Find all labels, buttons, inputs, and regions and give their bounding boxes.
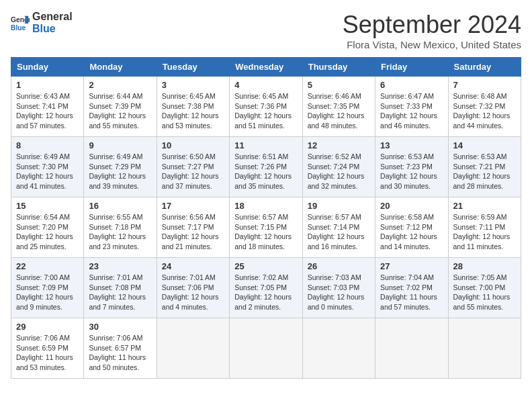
day-info: Sunrise: 7:01 AMSunset: 7:06 PMDaylight:…	[162, 273, 224, 312]
day-info: Sunrise: 6:53 AMSunset: 7:21 PMDaylight:…	[453, 152, 516, 191]
day-number: 10	[162, 140, 224, 150]
calendar-cell: 22Sunrise: 7:00 AMSunset: 7:09 PMDayligh…	[11, 258, 84, 318]
day-info: Sunrise: 7:05 AMSunset: 7:00 PMDaylight:…	[453, 273, 516, 312]
day-info: Sunrise: 6:58 AMSunset: 7:12 PMDaylight:…	[380, 212, 443, 252]
logo-blue-text: Blue	[32, 23, 56, 34]
calendar: SundayMondayTuesdayWednesdayThursdayFrid…	[11, 57, 521, 379]
logo-icon: General Blue	[11, 13, 30, 32]
calendar-cell: 3Sunrise: 6:45 AMSunset: 7:38 PMDaylight…	[157, 77, 229, 137]
calendar-cell: 14Sunrise: 6:53 AMSunset: 7:21 PMDayligh…	[448, 137, 521, 197]
day-info: Sunrise: 6:53 AMSunset: 7:23 PMDaylight:…	[380, 152, 443, 191]
day-number: 19	[308, 201, 370, 211]
day-number: 21	[453, 201, 516, 211]
day-info: Sunrise: 6:49 AMSunset: 7:29 PMDaylight:…	[89, 152, 151, 191]
day-info: Sunrise: 6:54 AMSunset: 7:20 PMDaylight:…	[16, 212, 79, 252]
day-number: 13	[380, 140, 443, 150]
day-number: 6	[380, 80, 443, 90]
calendar-cell: 15Sunrise: 6:54 AMSunset: 7:20 PMDayligh…	[11, 197, 84, 258]
calendar-cell: 23Sunrise: 7:01 AMSunset: 7:08 PMDayligh…	[84, 258, 157, 318]
header: General Blue General Blue September 2024…	[11, 11, 521, 50]
day-of-week-header: Monday	[84, 58, 157, 77]
day-number: 2	[89, 80, 151, 90]
day-info: Sunrise: 6:49 AMSunset: 7:30 PMDaylight:…	[16, 152, 79, 191]
day-number: 3	[162, 80, 224, 90]
day-info: Sunrise: 7:02 AMSunset: 7:05 PMDaylight:…	[234, 273, 297, 312]
calendar-cell: 28Sunrise: 7:05 AMSunset: 7:00 PMDayligh…	[448, 258, 521, 318]
day-info: Sunrise: 7:06 AMSunset: 6:57 PMDaylight:…	[89, 333, 151, 373]
calendar-cell: 26Sunrise: 7:03 AMSunset: 7:03 PMDayligh…	[302, 258, 375, 318]
day-of-week-header: Sunday	[11, 58, 84, 77]
day-number: 16	[89, 201, 151, 211]
day-info: Sunrise: 7:04 AMSunset: 7:02 PMDaylight:…	[380, 273, 443, 312]
day-of-week-header: Saturday	[448, 58, 521, 77]
day-info: Sunrise: 6:50 AMSunset: 7:27 PMDaylight:…	[162, 152, 224, 191]
calendar-cell: 29Sunrise: 7:06 AMSunset: 6:59 PMDayligh…	[11, 318, 84, 379]
day-info: Sunrise: 6:56 AMSunset: 7:17 PMDaylight:…	[162, 212, 224, 252]
calendar-cell: 17Sunrise: 6:56 AMSunset: 7:17 PMDayligh…	[157, 197, 229, 258]
day-number: 20	[380, 201, 443, 211]
day-of-week-header: Friday	[375, 58, 448, 77]
calendar-cell: 27Sunrise: 7:04 AMSunset: 7:02 PMDayligh…	[375, 258, 448, 318]
calendar-cell: 9Sunrise: 6:49 AMSunset: 7:29 PMDaylight…	[84, 137, 157, 197]
day-number: 27	[380, 261, 443, 271]
calendar-cell: 20Sunrise: 6:58 AMSunset: 7:12 PMDayligh…	[375, 197, 448, 258]
day-number: 9	[89, 140, 151, 150]
calendar-cell: 18Sunrise: 6:57 AMSunset: 7:15 PMDayligh…	[230, 197, 302, 258]
day-info: Sunrise: 6:48 AMSunset: 7:32 PMDaylight:…	[453, 91, 516, 131]
day-info: Sunrise: 6:45 AMSunset: 7:38 PMDaylight:…	[162, 91, 224, 131]
calendar-cell	[157, 318, 229, 379]
calendar-cell: 25Sunrise: 7:02 AMSunset: 7:05 PMDayligh…	[230, 258, 302, 318]
calendar-cell: 12Sunrise: 6:52 AMSunset: 7:24 PMDayligh…	[302, 137, 375, 197]
calendar-cell	[302, 318, 375, 379]
day-number: 22	[16, 261, 79, 271]
day-info: Sunrise: 7:00 AMSunset: 7:09 PMDaylight:…	[16, 273, 79, 312]
day-info: Sunrise: 7:06 AMSunset: 6:59 PMDaylight:…	[16, 333, 79, 373]
day-info: Sunrise: 6:47 AMSunset: 7:33 PMDaylight:…	[380, 91, 443, 131]
logo-general-text: General	[32, 11, 73, 22]
day-of-week-header: Thursday	[302, 58, 375, 77]
day-info: Sunrise: 6:45 AMSunset: 7:36 PMDaylight:…	[234, 91, 297, 131]
calendar-cell: 16Sunrise: 6:55 AMSunset: 7:18 PMDayligh…	[84, 197, 157, 258]
day-number: 5	[308, 80, 370, 90]
day-info: Sunrise: 6:46 AMSunset: 7:35 PMDaylight:…	[308, 91, 370, 131]
day-number: 4	[234, 80, 297, 90]
day-number: 18	[234, 201, 297, 211]
day-number: 26	[308, 261, 370, 271]
day-info: Sunrise: 6:44 AMSunset: 7:39 PMDaylight:…	[89, 91, 151, 131]
day-info: Sunrise: 6:57 AMSunset: 7:14 PMDaylight:…	[308, 212, 370, 252]
calendar-cell: 24Sunrise: 7:01 AMSunset: 7:06 PMDayligh…	[157, 258, 229, 318]
day-info: Sunrise: 6:52 AMSunset: 7:24 PMDaylight:…	[308, 152, 370, 191]
calendar-cell: 11Sunrise: 6:51 AMSunset: 7:26 PMDayligh…	[230, 137, 302, 197]
calendar-cell: 4Sunrise: 6:45 AMSunset: 7:36 PMDaylight…	[230, 77, 302, 137]
day-info: Sunrise: 6:59 AMSunset: 7:11 PMDaylight:…	[453, 212, 516, 252]
calendar-cell: 10Sunrise: 6:50 AMSunset: 7:27 PMDayligh…	[157, 137, 229, 197]
day-number: 30	[89, 322, 151, 332]
svg-text:Blue: Blue	[11, 24, 26, 32]
calendar-cell: 30Sunrise: 7:06 AMSunset: 6:57 PMDayligh…	[84, 318, 157, 379]
day-number: 24	[162, 261, 224, 271]
day-info: Sunrise: 6:55 AMSunset: 7:18 PMDaylight:…	[89, 212, 151, 252]
calendar-cell: 6Sunrise: 6:47 AMSunset: 7:33 PMDaylight…	[375, 77, 448, 137]
calendar-cell	[230, 318, 302, 379]
day-number: 14	[453, 140, 516, 150]
day-number: 17	[162, 201, 224, 211]
calendar-cell: 19Sunrise: 6:57 AMSunset: 7:14 PMDayligh…	[302, 197, 375, 258]
day-number: 1	[16, 80, 79, 90]
day-number: 11	[234, 140, 297, 150]
day-info: Sunrise: 7:03 AMSunset: 7:03 PMDaylight:…	[308, 273, 370, 312]
calendar-cell	[375, 318, 448, 379]
day-number: 7	[453, 80, 516, 90]
day-number: 12	[308, 140, 370, 150]
day-of-week-header: Wednesday	[230, 58, 302, 77]
logo: General Blue General Blue	[11, 11, 73, 34]
day-info: Sunrise: 6:51 AMSunset: 7:26 PMDaylight:…	[234, 152, 297, 191]
calendar-cell: 21Sunrise: 6:59 AMSunset: 7:11 PMDayligh…	[448, 197, 521, 258]
day-of-week-header: Tuesday	[157, 58, 229, 77]
calendar-cell: 2Sunrise: 6:44 AMSunset: 7:39 PMDaylight…	[84, 77, 157, 137]
day-number: 28	[453, 261, 516, 271]
calendar-cell: 1Sunrise: 6:43 AMSunset: 7:41 PMDaylight…	[11, 77, 84, 137]
day-number: 29	[16, 322, 79, 332]
day-info: Sunrise: 7:01 AMSunset: 7:08 PMDaylight:…	[89, 273, 151, 312]
month-title: September 2024	[343, 11, 521, 39]
location-title: Flora Vista, New Mexico, United States	[343, 39, 521, 50]
